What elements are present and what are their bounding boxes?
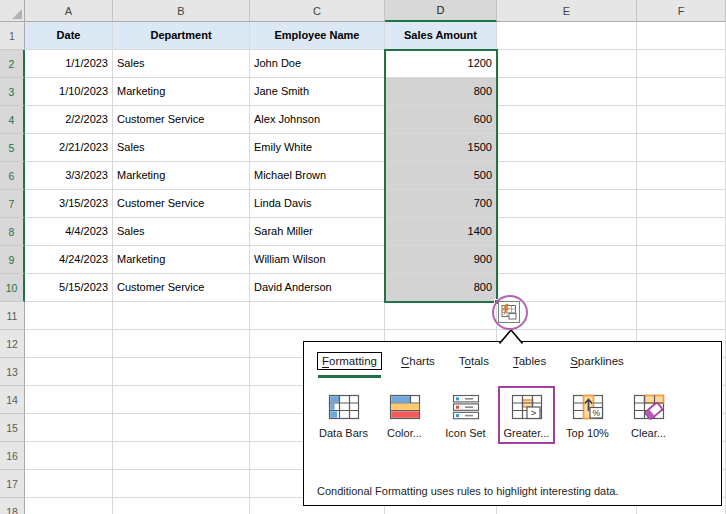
qa-item-color[interactable]: Color...: [376, 386, 433, 444]
cell-B7[interactable]: Customer Service: [113, 190, 250, 218]
tab-sparklines[interactable]: Sparklines: [565, 352, 629, 370]
cell-A1[interactable]: Date: [25, 22, 113, 50]
cell-C10[interactable]: David Anderson: [250, 274, 385, 302]
column-header-C[interactable]: C: [250, 0, 385, 22]
cell-D4[interactable]: 600: [385, 106, 497, 134]
cell-F11[interactable]: [637, 302, 726, 330]
cell-C9[interactable]: William Wilson: [250, 246, 385, 274]
row-header-8[interactable]: 8: [0, 218, 25, 246]
cell-D3[interactable]: 800: [385, 78, 497, 106]
row-header-18[interactable]: 18: [0, 498, 25, 514]
cell-C7[interactable]: Linda Davis: [250, 190, 385, 218]
cell-B14[interactable]: [113, 386, 250, 414]
cell-A18[interactable]: [25, 498, 113, 514]
cell-A12[interactable]: [25, 330, 113, 358]
row-header-1[interactable]: 1: [0, 22, 25, 50]
row-header-17[interactable]: 17: [0, 470, 25, 498]
cell-C2[interactable]: John Doe: [250, 50, 385, 78]
cell-B3[interactable]: Marketing: [113, 78, 250, 106]
cell-A6[interactable]: 3/3/2023: [25, 162, 113, 190]
cell-B8[interactable]: Sales: [113, 218, 250, 246]
cell-F6[interactable]: [637, 162, 726, 190]
row-header-14[interactable]: 14: [0, 386, 25, 414]
row-header-4[interactable]: 4: [0, 106, 25, 134]
cell-B6[interactable]: Marketing: [113, 162, 250, 190]
row-header-12[interactable]: 12: [0, 330, 25, 358]
cell-C3[interactable]: Jane Smith: [250, 78, 385, 106]
cell-A2[interactable]: 1/1/2023: [25, 50, 113, 78]
cell-E1[interactable]: [497, 22, 637, 50]
cell-E5[interactable]: [497, 134, 637, 162]
cell-A16[interactable]: [25, 442, 113, 470]
row-header-9[interactable]: 9: [0, 246, 25, 274]
cell-B18[interactable]: [113, 498, 250, 514]
cell-C4[interactable]: Alex Johnson: [250, 106, 385, 134]
cell-A8[interactable]: 4/4/2023: [25, 218, 113, 246]
cell-A7[interactable]: 3/15/2023: [25, 190, 113, 218]
cell-D7[interactable]: 700: [385, 190, 497, 218]
qa-item-data-bars[interactable]: Data Bars: [315, 386, 372, 444]
cell-B1[interactable]: Department: [113, 22, 250, 50]
cell-A11[interactable]: [25, 302, 113, 330]
row-header-6[interactable]: 6: [0, 162, 25, 190]
cell-F5[interactable]: [637, 134, 726, 162]
cell-B13[interactable]: [113, 358, 250, 386]
cell-E4[interactable]: [497, 106, 637, 134]
cell-F10[interactable]: [637, 274, 726, 302]
cell-F7[interactable]: [637, 190, 726, 218]
cell-F2[interactable]: [637, 50, 726, 78]
cell-C1[interactable]: Employee Name: [250, 22, 385, 50]
row-header-10[interactable]: 10: [0, 274, 25, 302]
cell-A15[interactable]: [25, 414, 113, 442]
row-header-7[interactable]: 7: [0, 190, 25, 218]
cell-E9[interactable]: [497, 246, 637, 274]
row-header-3[interactable]: 3: [0, 78, 25, 106]
row-header-5[interactable]: 5: [0, 134, 25, 162]
cell-E3[interactable]: [497, 78, 637, 106]
qa-item-icon-set[interactable]: Icon Set: [437, 386, 494, 444]
cell-A3[interactable]: 1/10/2023: [25, 78, 113, 106]
cell-D11[interactable]: [385, 302, 497, 330]
cell-B17[interactable]: [113, 470, 250, 498]
cell-A17[interactable]: [25, 470, 113, 498]
qa-item-top-10%[interactable]: %Top 10%: [559, 386, 616, 444]
column-header-F[interactable]: F: [637, 0, 726, 22]
cell-F8[interactable]: [637, 218, 726, 246]
cell-D2[interactable]: 1200: [385, 50, 497, 78]
cell-B2[interactable]: Sales: [113, 50, 250, 78]
cell-D9[interactable]: 900: [385, 246, 497, 274]
cell-F9[interactable]: [637, 246, 726, 274]
cell-D6[interactable]: 500: [385, 162, 497, 190]
cell-A10[interactable]: 5/15/2023: [25, 274, 113, 302]
cell-D8[interactable]: 1400: [385, 218, 497, 246]
cell-E10[interactable]: [497, 274, 637, 302]
cell-C11[interactable]: [250, 302, 385, 330]
qa-item-greater[interactable]: >Greater...: [498, 386, 555, 444]
cell-B16[interactable]: [113, 442, 250, 470]
cell-B10[interactable]: Customer Service: [113, 274, 250, 302]
cell-E8[interactable]: [497, 218, 637, 246]
column-header-E[interactable]: E: [497, 0, 637, 22]
cell-A5[interactable]: 2/21/2023: [25, 134, 113, 162]
cell-D10[interactable]: 800: [385, 274, 497, 302]
cell-B4[interactable]: Customer Service: [113, 106, 250, 134]
column-header-A[interactable]: A: [25, 0, 113, 22]
cell-F1[interactable]: [637, 22, 726, 50]
cell-D1[interactable]: Sales Amount: [385, 22, 497, 50]
column-header-D[interactable]: D: [385, 0, 497, 22]
cell-B12[interactable]: [113, 330, 250, 358]
cell-E7[interactable]: [497, 190, 637, 218]
cell-E6[interactable]: [497, 162, 637, 190]
row-header-13[interactable]: 13: [0, 358, 25, 386]
cell-B15[interactable]: [113, 414, 250, 442]
tab-tables[interactable]: Tables: [508, 352, 551, 370]
cell-E2[interactable]: [497, 50, 637, 78]
cell-B9[interactable]: Marketing: [113, 246, 250, 274]
cell-A13[interactable]: [25, 358, 113, 386]
column-header-B[interactable]: B: [113, 0, 250, 22]
row-header-15[interactable]: 15: [0, 414, 25, 442]
cell-D5[interactable]: 1500: [385, 134, 497, 162]
select-all-corner[interactable]: [0, 0, 25, 22]
qa-item-clear[interactable]: Clear...: [620, 386, 677, 444]
cell-B5[interactable]: Sales: [113, 134, 250, 162]
